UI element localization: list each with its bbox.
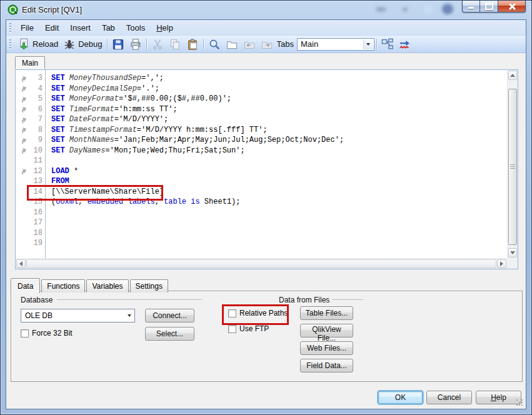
save-icon <box>112 38 124 51</box>
help-label-rest: elp <box>496 393 506 402</box>
maximize-button[interactable] <box>480 1 498 12</box>
debug-button[interactable]: Debug <box>61 37 104 52</box>
open-file-button[interactable] <box>223 37 241 52</box>
cut-button[interactable] <box>149 37 166 52</box>
code-text: SET DayNames='Mon;Tue;Wed;Thu;Fri;Sat;Su… <box>46 146 245 156</box>
code-text <box>46 156 51 166</box>
line-number: 18 <box>32 228 46 239</box>
print-button[interactable] <box>127 37 144 52</box>
gutter-cell <box>16 238 32 249</box>
toolbar-separator <box>376 39 377 50</box>
reload-button[interactable]: Reload <box>15 37 61 52</box>
syntax-check-button[interactable] <box>396 37 414 52</box>
vertical-scrollbar[interactable] <box>507 70 518 258</box>
tab-data[interactable]: Data <box>11 278 40 293</box>
line-number: 17 <box>32 218 46 228</box>
code-text <box>46 228 51 239</box>
script-line: 12LOAD * <box>16 166 507 177</box>
chevron-down-icon <box>128 314 131 317</box>
code-text: SET DateFormat='M/D/YYYY'; <box>46 114 168 125</box>
script-line: 18 <box>16 228 507 239</box>
files-group-rule <box>332 299 363 300</box>
script-line: 19 <box>16 238 507 249</box>
scroll-right-button[interactable] <box>497 259 506 268</box>
tab-selector-value: Main <box>301 39 318 49</box>
titlebar-glare <box>442 4 453 14</box>
database-group-rule <box>57 299 202 300</box>
use-ftp-label: Use FTP <box>239 324 269 333</box>
use-ftp-checkbox[interactable]: Use FTP <box>228 324 269 333</box>
menu-file[interactable]: File <box>15 21 39 34</box>
tab-selector[interactable]: Main <box>297 38 374 51</box>
script-line: 16 <box>16 208 507 218</box>
scroll-up-button[interactable] <box>508 71 517 80</box>
menu-edit[interactable]: Edit <box>39 21 64 34</box>
table-viewer-button[interactable] <box>379 37 396 52</box>
script-line: 17 <box>16 218 507 228</box>
save-button[interactable] <box>109 37 127 52</box>
force-32-bit-checkbox[interactable]: Force 32 Bit <box>21 329 73 338</box>
script-line: 4SET MoneyDecimalSep='.'; <box>16 84 507 94</box>
annotation-box-relative-paths <box>222 304 289 325</box>
tab-settings[interactable]: Settings <box>130 279 168 292</box>
syntax-check-icon <box>399 38 411 51</box>
annotation-box-file-path <box>27 185 163 201</box>
tab-variables[interactable]: Variables <box>86 279 128 292</box>
minimize-button[interactable] <box>462 1 480 12</box>
arrow-up-icon <box>510 74 515 77</box>
connect-button[interactable]: Connect... <box>145 309 194 322</box>
reload-label: Reload <box>33 39 58 49</box>
script-editor[interactable]: 3SET MoneyThousandSep=',';4SET MoneyDeci… <box>15 69 518 269</box>
scissors-cut-icon <box>151 38 164 51</box>
web-files-button[interactable]: Web Files... <box>300 341 353 355</box>
line-number: 10 <box>32 146 46 156</box>
database-type-select[interactable]: OLE DB <box>21 309 135 322</box>
paste-clipboard-icon <box>186 38 199 51</box>
script-line: 6SET TimeFormat='h:mm:ss TT'; <box>16 104 507 115</box>
database-group-label: Database <box>21 296 53 304</box>
line-number: 9 <box>32 135 46 146</box>
ok-button[interactable]: OK <box>378 391 423 404</box>
tab-selector-dropdown-button[interactable] <box>363 39 373 49</box>
find-button[interactable] <box>206 37 223 52</box>
scroll-down-button[interactable] <box>508 248 517 258</box>
menu-tab[interactable]: Tab <box>96 21 121 34</box>
tab-main-script[interactable]: Main <box>15 56 45 69</box>
promote-tab-button[interactable] <box>241 37 258 52</box>
field-data-button[interactable]: Field Data... <box>300 359 353 372</box>
debug-label: Debug <box>78 39 102 49</box>
table-files-button[interactable]: Table Files... <box>300 306 353 320</box>
copy-button[interactable] <box>166 37 184 52</box>
reload-icon <box>18 38 30 51</box>
horizontal-scrollbar-thumb[interactable] <box>26 259 496 268</box>
toolbar-grip-handle[interactable] <box>9 39 11 49</box>
menu-insert[interactable]: Insert <box>64 21 96 34</box>
horizontal-scrollbar[interactable] <box>16 258 507 269</box>
cancel-button[interactable]: Cancel <box>426 391 472 404</box>
demote-tab-button[interactable] <box>258 37 276 52</box>
script-line: 10SET DayNames='Mon;Tue;Wed;Thu;Fri;Sat;… <box>16 146 507 156</box>
database-type-value: OLE DB <box>25 311 53 320</box>
vertical-scrollbar-thumb[interactable] <box>508 89 517 245</box>
menubar-grip-handle[interactable] <box>9 23 11 32</box>
help-button[interactable]: Help <box>476 391 521 404</box>
resize-grip[interactable] <box>516 399 524 407</box>
code-text: SET MoneyDecimalSep='.'; <box>46 84 159 94</box>
tab-functions[interactable]: Functions <box>41 279 85 292</box>
line-number: 4 <box>32 84 46 94</box>
statement-marker-icon <box>16 125 32 136</box>
titlebar[interactable]: Edit Script [QV1] <box>1 1 531 19</box>
code-text: LOAD * <box>46 166 78 177</box>
data-tab-page: Database OLE DB Connect... Select... For… <box>11 291 523 382</box>
line-number: 16 <box>32 208 46 218</box>
folder-arrow-left-icon <box>243 38 256 51</box>
menu-help[interactable]: Help <box>151 21 179 34</box>
select-button[interactable]: Select... <box>145 327 194 341</box>
force-32-bit-label: Force 32 Bit <box>32 329 73 338</box>
scroll-left-button[interactable] <box>16 259 26 268</box>
qlikview-file-button[interactable]: QlikView File... <box>300 324 353 338</box>
menu-tools[interactable]: Tools <box>121 21 151 34</box>
script-line: 9SET MonthNames='Jan;Feb;Mar;Apr;May;Jun… <box>16 135 507 146</box>
close-button[interactable] <box>498 1 526 12</box>
paste-button[interactable] <box>184 37 201 52</box>
